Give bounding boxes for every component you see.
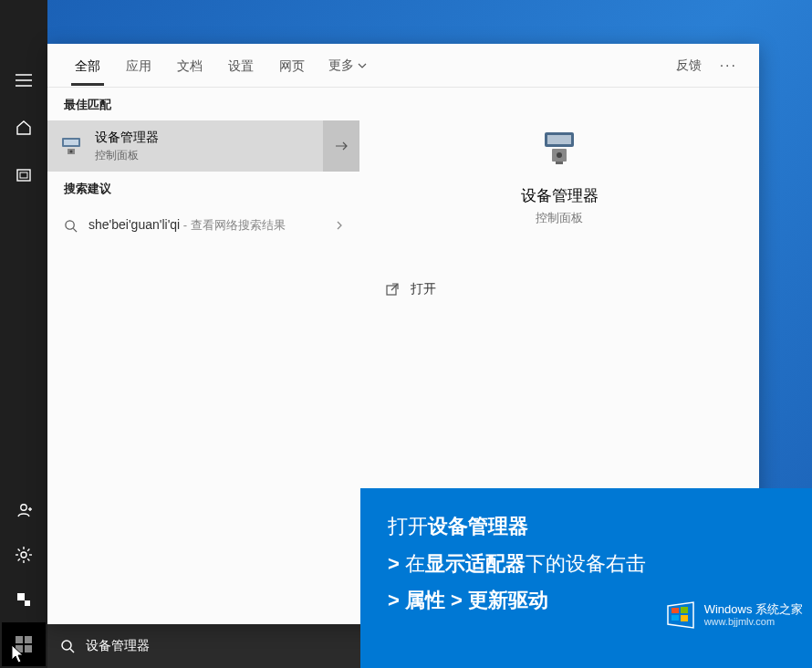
tab-settings[interactable]: 设置 bbox=[215, 46, 266, 86]
svg-rect-34 bbox=[671, 608, 679, 613]
best-match-title: 设备管理器 bbox=[95, 130, 323, 146]
taskbar-search-box[interactable] bbox=[47, 624, 360, 668]
svg-point-25 bbox=[70, 151, 73, 153]
feedback-button[interactable]: 反馈 bbox=[665, 45, 713, 87]
suggestion-text: she'bei'guan'li'qi - 查看网络搜索结果 bbox=[88, 217, 325, 234]
search-filter-tabs: 全部 应用 文档 设置 网页 更多 反馈 ··· bbox=[47, 44, 759, 88]
svg-line-21 bbox=[70, 649, 74, 652]
detail-title: 设备管理器 bbox=[521, 185, 599, 206]
detail-subtitle: 控制面板 bbox=[536, 210, 583, 226]
open-icon bbox=[385, 282, 400, 297]
tab-more[interactable]: 更多 bbox=[318, 45, 378, 87]
watermark-text: Windows 系统之家 bbox=[704, 602, 803, 617]
svg-point-2 bbox=[21, 505, 26, 510]
open-label: 打开 bbox=[411, 281, 436, 297]
svg-rect-15 bbox=[25, 600, 30, 606]
notes-icon[interactable] bbox=[2, 578, 46, 621]
overlay-line-1: 打开设备管理器 bbox=[388, 508, 785, 546]
search-input[interactable] bbox=[86, 639, 348, 653]
svg-point-20 bbox=[62, 641, 71, 650]
more-options-button[interactable]: ··· bbox=[713, 45, 744, 87]
user-icon[interactable] bbox=[2, 488, 46, 532]
chevron-right-icon bbox=[336, 220, 343, 231]
open-action[interactable]: 打开 bbox=[359, 274, 759, 305]
svg-rect-16 bbox=[16, 636, 23, 643]
svg-point-31 bbox=[557, 152, 562, 158]
svg-rect-36 bbox=[671, 615, 679, 621]
web-suggestion-item[interactable]: she'bei'guan'li'qi - 查看网络搜索结果 bbox=[47, 204, 359, 246]
tab-web[interactable]: 网页 bbox=[266, 46, 318, 86]
svg-rect-37 bbox=[681, 615, 688, 621]
device-manager-large-icon bbox=[536, 129, 583, 172]
mouse-cursor-icon bbox=[11, 644, 26, 664]
tutorial-overlay: 打开设备管理器 > 在显示适配器下的设备右击 > 属性 > 更新驱动 bbox=[360, 488, 812, 668]
svg-rect-23 bbox=[64, 140, 78, 145]
expand-arrow-button[interactable] bbox=[323, 120, 359, 172]
chevron-down-icon bbox=[358, 63, 367, 68]
tab-all[interactable]: 全部 bbox=[62, 46, 113, 86]
svg-line-10 bbox=[18, 549, 20, 551]
svg-point-5 bbox=[21, 552, 26, 558]
best-match-header: 最佳匹配 bbox=[47, 88, 359, 120]
svg-line-12 bbox=[18, 558, 20, 560]
device-manager-icon bbox=[47, 133, 95, 159]
start-sidebar bbox=[0, 0, 47, 668]
search-icon bbox=[60, 639, 75, 653]
svg-point-26 bbox=[66, 220, 74, 228]
svg-rect-35 bbox=[681, 607, 688, 613]
tab-documents[interactable]: 文档 bbox=[164, 46, 215, 86]
svg-line-13 bbox=[27, 549, 29, 551]
timeline-icon[interactable] bbox=[2, 153, 46, 197]
tab-apps[interactable]: 应用 bbox=[113, 46, 164, 86]
svg-rect-32 bbox=[556, 162, 563, 164]
svg-rect-1 bbox=[20, 172, 27, 178]
svg-rect-17 bbox=[25, 636, 32, 643]
search-icon bbox=[64, 219, 78, 233]
svg-line-27 bbox=[73, 228, 77, 232]
watermark-url: www.bjjmlv.com bbox=[704, 616, 803, 628]
svg-rect-29 bbox=[547, 135, 571, 144]
home-icon[interactable] bbox=[2, 106, 46, 150]
svg-rect-19 bbox=[25, 645, 32, 652]
best-match-subtitle: 控制面板 bbox=[95, 148, 323, 163]
best-match-item[interactable]: 设备管理器 控制面板 bbox=[47, 120, 359, 172]
svg-rect-0 bbox=[17, 170, 30, 181]
settings-gear-icon[interactable] bbox=[2, 533, 46, 577]
suggestions-header: 搜索建议 bbox=[47, 172, 359, 204]
svg-rect-14 bbox=[17, 593, 25, 600]
svg-line-11 bbox=[27, 558, 29, 560]
windows-logo-icon bbox=[664, 600, 697, 630]
results-list: 最佳匹配 设备管理器 控制面板 搜索建议 she'bei bbox=[47, 88, 359, 624]
hamburger-menu-button[interactable] bbox=[2, 58, 46, 102]
tab-more-label: 更多 bbox=[328, 57, 354, 74]
overlay-line-2: > 在显示适配器下的设备右击 bbox=[388, 546, 785, 583]
watermark: Windows 系统之家 www.bjjmlv.com bbox=[664, 600, 803, 630]
